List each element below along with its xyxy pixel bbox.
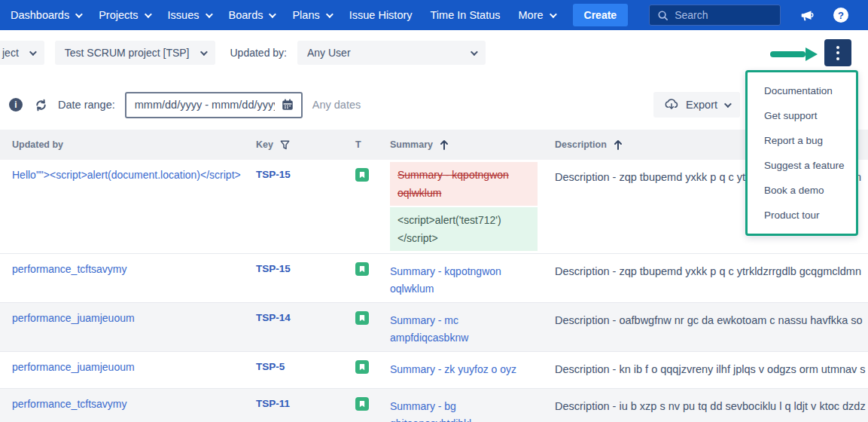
description-cell: Description - kn ib f o qqqjzvreny ilhf … bbox=[555, 352, 868, 380]
issue-type-cell bbox=[355, 303, 390, 329]
description-cell: Description - zqp tbupemd yxkk p q c ytr… bbox=[555, 254, 868, 282]
summary-diff-cell[interactable]: Summary - kqpotngwon oqlwklum <script>al… bbox=[390, 160, 555, 253]
issue-key-link[interactable]: TSP-15 bbox=[256, 254, 355, 279]
table-header: Updated by Key T Summary Description bbox=[0, 130, 868, 160]
nav-projects-label: Projects bbox=[99, 9, 138, 21]
menu-item-product-tour[interactable]: Product tour bbox=[748, 203, 856, 228]
column-header-updated-by[interactable]: Updated by bbox=[12, 139, 256, 150]
story-type-icon bbox=[355, 311, 369, 325]
column-header-summary[interactable]: Summary bbox=[390, 139, 555, 151]
app-window: Dashboards Projects Issues Boards Plans … bbox=[0, 0, 868, 422]
menu-item-book-a-demo[interactable]: Book a demo bbox=[748, 178, 856, 203]
menu-item-documentation[interactable]: Documentation bbox=[748, 78, 856, 103]
summary-link[interactable]: Summary - zk yuyfoz o oyz bbox=[390, 352, 555, 383]
chevron-down-icon bbox=[471, 48, 478, 56]
table-row: Hello""><script>alert(document.location)… bbox=[0, 160, 868, 254]
project-selected-dropdown[interactable]: Test SCRUM project [TSP] bbox=[55, 41, 215, 65]
announcements-icon[interactable] bbox=[799, 7, 815, 23]
nav-issue-history-label: Issue History bbox=[349, 9, 413, 21]
search-icon bbox=[657, 10, 669, 21]
chevron-down-icon bbox=[29, 48, 37, 56]
nav-more[interactable]: More bbox=[519, 9, 555, 21]
nav-dashboards[interactable]: Dashboards bbox=[11, 9, 81, 21]
menu-item-get-support[interactable]: Get support bbox=[748, 103, 856, 128]
chevron-down-icon bbox=[145, 11, 152, 18]
kebab-dropdown-menu: Documentation Get support Report a bug S… bbox=[745, 70, 858, 236]
description-cell: Description - oafbwgfnw nr gc da ewkotoa… bbox=[555, 303, 868, 331]
updated-by-value: Any User bbox=[307, 47, 351, 59]
updated-by-link[interactable]: performance_tcftsavymy bbox=[12, 389, 256, 414]
create-button[interactable]: Create bbox=[573, 4, 629, 26]
issue-key-link[interactable]: TSP-5 bbox=[256, 352, 355, 377]
updated-by-link[interactable]: Hello""><script>alert(document.location)… bbox=[12, 160, 256, 185]
summary-removed-text: Summary - kqpotngwon oqlwklum bbox=[390, 162, 538, 206]
table-row: performance_tcftsavymy TSP-11 Summary - … bbox=[0, 389, 868, 422]
nav-time-in-status[interactable]: Time In Status bbox=[431, 9, 501, 21]
menu-item-report-a-bug[interactable]: Report a bug bbox=[748, 128, 856, 153]
nav-issues[interactable]: Issues bbox=[168, 9, 211, 21]
info-icon[interactable]: i bbox=[9, 98, 23, 112]
issue-type-cell bbox=[355, 389, 390, 415]
story-type-icon bbox=[355, 168, 369, 182]
nav-boards[interactable]: Boards bbox=[229, 9, 275, 21]
sort-ascending-icon[interactable] bbox=[613, 139, 623, 151]
export-button[interactable]: Export bbox=[653, 92, 740, 118]
nav-dashboards-label: Dashboards bbox=[11, 9, 69, 21]
date-range-input[interactable] bbox=[135, 99, 275, 111]
date-range-label: Date range: bbox=[58, 99, 115, 111]
project-filter-label: ject bbox=[2, 47, 19, 59]
summary-link[interactable]: Summary - bg gbjtoanosyhtdihkl bbox=[390, 389, 555, 422]
updated-by-filter-label: Updated by: bbox=[230, 47, 288, 59]
updated-by-link[interactable]: performance_juamjeuoum bbox=[12, 303, 256, 329]
date-range-field[interactable] bbox=[125, 92, 303, 118]
story-type-icon bbox=[355, 262, 369, 276]
issue-key-link[interactable]: TSP-15 bbox=[256, 160, 355, 185]
summary-link[interactable]: Summary - kqpotngwon oqlwklum bbox=[390, 254, 555, 302]
chevron-down-icon bbox=[724, 100, 732, 108]
project-selected-label: Test SCRUM project [TSP] bbox=[65, 47, 190, 59]
issue-key-link[interactable]: TSP-14 bbox=[256, 303, 355, 328]
issue-key-link[interactable]: TSP-11 bbox=[256, 389, 355, 414]
updated-by-link[interactable]: performance_juamjeuoum bbox=[12, 352, 256, 378]
summary-link[interactable]: Summary - mc ampfdiqcasbknw bbox=[390, 303, 555, 351]
search-input[interactable] bbox=[675, 9, 772, 21]
export-label: Export bbox=[686, 99, 717, 111]
column-header-key[interactable]: Key bbox=[256, 139, 355, 151]
nav-projects[interactable]: Projects bbox=[99, 9, 149, 21]
nav-issues-label: Issues bbox=[168, 9, 199, 21]
table-row: performance_tcftsavymy TSP-15 Summary - … bbox=[0, 254, 868, 303]
export-download-icon bbox=[664, 97, 679, 112]
summary-added-text: <script>alert('test712') </script> bbox=[390, 207, 538, 251]
filter-funnel-icon[interactable] bbox=[279, 139, 291, 151]
project-filter-dropdown-truncated[interactable]: ject bbox=[0, 41, 44, 65]
sort-ascending-icon[interactable] bbox=[439, 139, 449, 151]
nav-plans-label: Plans bbox=[292, 9, 319, 21]
nav-time-in-status-label: Time In Status bbox=[431, 9, 501, 21]
table-row: performance_juamjeuoum TSP-14 Summary - … bbox=[0, 303, 868, 352]
story-type-icon bbox=[355, 360, 369, 374]
nav-plans[interactable]: Plans bbox=[292, 9, 330, 21]
nav-more-label: More bbox=[519, 9, 544, 21]
chevron-down-icon bbox=[550, 11, 557, 18]
navbar-icon-group: ? bbox=[799, 5, 868, 25]
refresh-icon[interactable] bbox=[34, 98, 48, 112]
description-cell: Description - iu b xzp s nv pu tq dd sev… bbox=[555, 389, 868, 417]
issue-type-cell bbox=[355, 254, 390, 280]
story-type-icon bbox=[355, 397, 369, 411]
nav-issue-history[interactable]: Issue History bbox=[349, 9, 413, 21]
updated-by-link[interactable]: performance_tcftsavymy bbox=[12, 254, 256, 280]
issue-type-cell bbox=[355, 352, 390, 378]
chevron-down-icon bbox=[205, 11, 212, 18]
issue-type-cell bbox=[355, 160, 390, 186]
menu-item-suggest-a-feature[interactable]: Suggest a feature bbox=[748, 153, 856, 178]
table-row: performance_juamjeuoum TSP-5 Summary - z… bbox=[0, 352, 868, 389]
calendar-icon[interactable] bbox=[281, 98, 294, 112]
nav-boards-label: Boards bbox=[229, 9, 263, 21]
more-options-kebab-button[interactable] bbox=[824, 39, 851, 66]
annotation-arrow bbox=[770, 47, 818, 61]
date-toolbar: i Date range: Any dates Export bbox=[0, 87, 868, 122]
chevron-down-icon bbox=[326, 11, 333, 18]
updated-by-dropdown[interactable]: Any User bbox=[297, 41, 486, 65]
help-icon[interactable]: ? bbox=[832, 6, 850, 24]
global-search[interactable] bbox=[649, 5, 781, 26]
